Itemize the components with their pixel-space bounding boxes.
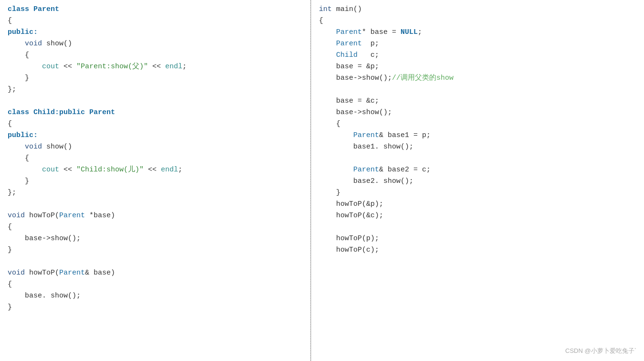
- code-line: {: [8, 279, 303, 290]
- code-token: & base2 = c;: [379, 166, 431, 174]
- code-token: base1. show();: [353, 143, 413, 151]
- code-token: void: [25, 40, 42, 48]
- code-token: {: [8, 280, 12, 288]
- code-line: [319, 84, 636, 96]
- code-line: base->show();: [8, 233, 303, 244]
- code-token: }: [8, 303, 12, 311]
- code-token: <<: [148, 63, 165, 71]
- code-token: "Child:show(儿)": [76, 166, 144, 174]
- code-token: [319, 234, 336, 243]
- code-token: * base =: [362, 28, 401, 36]
- code-token: {: [319, 17, 323, 25]
- code-token: public: [59, 108, 85, 117]
- code-token: howToP(c);: [336, 246, 379, 254]
- left-code-block: class Parent{public: void show() { cout …: [8, 4, 303, 313]
- code-line: Parent& base2 = c;: [319, 164, 636, 176]
- code-line: howToP(c);: [319, 244, 636, 256]
- code-line: Parent* base = NULL;: [319, 27, 636, 38]
- code-line: };: [8, 187, 303, 199]
- code-line: {: [319, 15, 636, 27]
- code-line: void howToP(Parent& base): [8, 267, 303, 279]
- code-token: base->show();: [336, 108, 392, 117]
- code-token: [319, 131, 353, 139]
- code-token: c;: [358, 51, 379, 59]
- code-token: Parent: [336, 40, 362, 48]
- code-token: {: [8, 154, 29, 162]
- right-code-block: int main(){ Parent* base = NULL; Parent …: [319, 4, 636, 256]
- code-line: void show(): [8, 38, 303, 50]
- code-token: class: [8, 108, 33, 117]
- code-token: & base1 = p;: [379, 131, 431, 139]
- code-line: base2. show();: [319, 176, 636, 187]
- code-line: class Child:public Parent: [8, 107, 303, 118]
- code-line: void howToP(Parent *base): [8, 210, 303, 222]
- code-token: Parent: [353, 131, 379, 139]
- code-token: NULL: [401, 28, 418, 36]
- code-token: public:: [8, 131, 38, 139]
- code-token: }: [319, 189, 340, 197]
- code-token: cout: [42, 63, 59, 71]
- right-code-panel: int main(){ Parent* base = NULL; Parent …: [311, 0, 644, 361]
- code-line: public:: [8, 130, 303, 141]
- code-token: //调用父类的show: [392, 74, 454, 82]
- code-token: <<: [59, 166, 76, 174]
- code-token: class: [8, 5, 33, 13]
- code-token: base->show();: [336, 74, 392, 82]
- code-token: void: [8, 212, 25, 220]
- code-line: base = &c;: [319, 96, 636, 107]
- code-token: Parent: [336, 28, 362, 36]
- code-line: Parent p;: [319, 38, 636, 50]
- code-token: howToP(&c);: [336, 212, 383, 220]
- code-token: public:: [8, 28, 38, 36]
- code-token: {: [8, 17, 12, 25]
- code-token: base. show();: [25, 292, 81, 300]
- code-line: }: [8, 244, 303, 256]
- code-line: {: [319, 118, 636, 130]
- code-token: [8, 63, 42, 71]
- code-token: howToP(: [25, 269, 59, 277]
- code-token: endl: [165, 63, 182, 71]
- code-line: [319, 222, 636, 233]
- code-token: base = &c;: [336, 97, 379, 105]
- code-line: {: [8, 118, 303, 130]
- code-token: [319, 74, 336, 82]
- code-token: howToP(&p);: [336, 200, 383, 208]
- code-token: [319, 97, 336, 105]
- code-token: base = &p;: [336, 63, 379, 71]
- code-line: base1. show();: [319, 141, 636, 153]
- code-token: ;: [418, 28, 422, 36]
- code-line: base->show();: [319, 107, 636, 118]
- code-line: cout << "Parent:show(父)" << endl;: [8, 61, 303, 73]
- code-token: Parent: [59, 269, 85, 277]
- code-token: }: [8, 74, 29, 82]
- code-token: ;: [182, 63, 187, 71]
- code-line: {: [8, 15, 303, 27]
- code-token: };: [8, 189, 16, 197]
- code-line: {: [8, 222, 303, 233]
- code-line: Parent& base1 = p;: [319, 130, 636, 141]
- code-token: *base): [85, 212, 115, 220]
- code-line: howToP(&c);: [319, 210, 636, 222]
- code-token: [319, 63, 336, 71]
- code-token: [319, 28, 336, 36]
- code-token: [8, 234, 25, 243]
- code-token: [319, 143, 353, 151]
- code-token: ;: [178, 166, 182, 174]
- code-token: [8, 40, 25, 48]
- code-token: base2. show();: [353, 177, 413, 185]
- code-token: [319, 51, 336, 59]
- code-token: Parent: [353, 166, 379, 174]
- code-token: show(): [42, 40, 72, 48]
- code-line: [8, 256, 303, 267]
- code-token: }: [8, 246, 12, 254]
- code-line: base = &p;: [319, 61, 636, 73]
- code-line: {: [8, 50, 303, 61]
- code-token: cout: [42, 166, 59, 174]
- code-line: base. show();: [8, 290, 303, 302]
- code-line: void show(): [8, 141, 303, 153]
- code-line: [8, 96, 303, 107]
- code-line: Child c;: [319, 50, 636, 61]
- code-token: [319, 40, 336, 48]
- code-token: [8, 143, 25, 151]
- code-line: }: [8, 302, 303, 313]
